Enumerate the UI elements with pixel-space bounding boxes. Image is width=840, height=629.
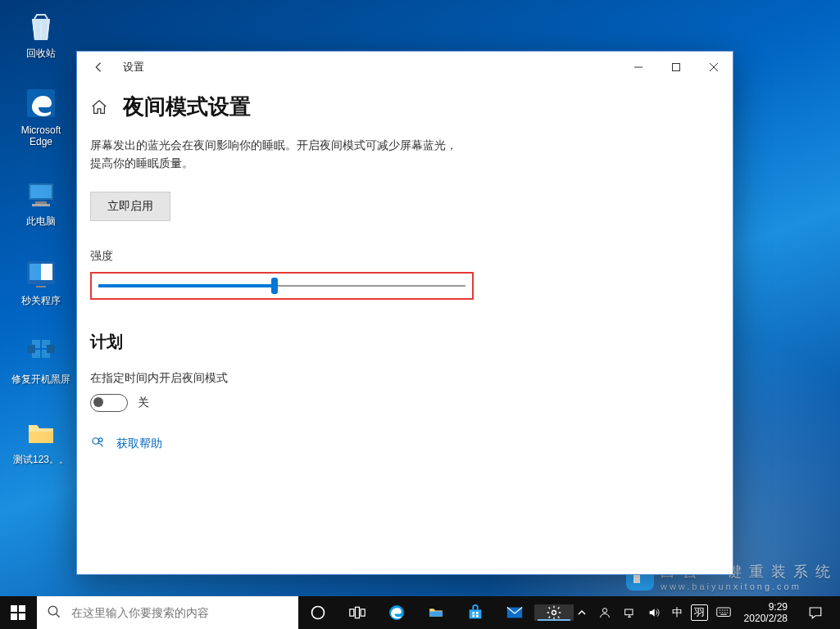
search-icon [47,604,61,622]
tray-time: 9:29 [744,601,788,613]
desktop-icon-label: 修复开机黑屏 [8,373,74,385]
tray-people-icon[interactable] [595,606,615,619]
home-icon[interactable] [90,98,108,116]
svg-rect-29 [472,612,474,614]
schedule-section-title: 计划 [90,331,726,353]
shutdown-tool-icon [23,256,59,292]
taskbar-pinned [298,596,574,629]
tray-volume-icon[interactable] [644,606,664,619]
start-button[interactable] [0,596,37,629]
svg-point-17 [99,438,103,442]
svg-rect-2 [30,185,52,198]
svg-rect-13 [27,345,35,353]
search-input[interactable] [70,605,286,620]
get-help-link[interactable]: 获取帮助 [116,437,162,451]
svg-rect-26 [361,609,365,616]
taskbar-settings[interactable] [534,604,574,621]
folder-icon [23,414,59,450]
slider-thumb[interactable] [271,278,278,294]
window-title: 设置 [118,61,144,75]
recycle-bin-icon [23,8,59,44]
this-pc-icon [23,176,59,212]
tray-clock[interactable]: 9:29 2020/2/28 [739,601,792,624]
repair-boot-icon [23,334,59,370]
svg-rect-19 [19,605,25,612]
back-button[interactable] [80,54,118,80]
taskbar: 中 羽 9:29 2020/2/28 [0,596,840,629]
svg-rect-28 [429,611,443,616]
svg-rect-14 [47,345,55,353]
svg-point-22 [48,606,57,615]
titlebar[interactable]: 设置 [77,52,733,83]
desktop-icon-label: 秒关程序 [8,295,74,306]
description-line: 屏幕发出的蓝光会在夜间影响你的睡眠。开启夜间模式可减少屏幕蓝光， [90,138,457,152]
svg-point-16 [93,438,99,445]
svg-rect-32 [476,615,479,618]
svg-rect-18 [11,605,17,612]
desktop-icon-this-pc[interactable]: 此电脑 [8,176,74,227]
tray-chevron-up-icon[interactable] [574,608,590,618]
svg-rect-21 [19,613,25,620]
tray-keyboard-icon[interactable] [713,607,734,618]
watermark-url: www.baiyunxitong.com [661,581,832,591]
desktop-icon-shutdown-tool[interactable]: 秒关程序 [8,256,74,306]
task-view-button[interactable] [338,606,377,619]
desktop-icon-recycle-bin[interactable]: 回收站 [8,8,74,59]
desktop-icon-repair-boot[interactable]: 修复开机黑屏 [8,334,74,385]
svg-rect-20 [11,613,17,620]
schedule-toggle[interactable] [90,394,128,412]
toggle-state-label: 关 [138,396,149,410]
svg-rect-37 [716,608,730,617]
svg-rect-31 [472,615,474,618]
desktop-icon-test-folder[interactable]: 测试123。。 [8,414,74,465]
svg-point-35 [602,609,606,613]
taskbar-search[interactable] [37,596,298,629]
toggle-knob [93,397,103,407]
action-center-button[interactable] [797,605,833,620]
desktop-icon-label: 此电脑 [8,215,74,227]
svg-point-34 [552,611,556,615]
desktop-icon-label: 测试123。。 [8,454,74,465]
cortana-button[interactable] [298,604,338,621]
svg-rect-7 [30,264,41,280]
svg-rect-8 [36,286,46,287]
page-title: 夜间模式设置 [123,93,251,121]
tray-ime[interactable]: 中 [669,605,686,620]
slider-track-fill [98,284,275,287]
strength-slider-highlight [90,272,474,300]
svg-rect-30 [476,612,479,614]
strength-label: 强度 [90,249,726,264]
taskbar-file-explorer[interactable] [416,604,456,622]
tray-date: 2020/2/28 [744,613,788,624]
svg-rect-3 [35,201,47,204]
description-line: 提高你的睡眠质量。 [90,156,193,170]
close-button[interactable] [695,54,733,80]
svg-rect-4 [32,204,50,206]
desktop-icon-edge[interactable]: Microsoft Edge [8,85,74,147]
svg-rect-24 [349,609,353,616]
taskbar-store[interactable] [456,604,495,622]
svg-rect-15 [673,64,680,71]
desktop-icon-label: Microsoft Edge [8,124,74,147]
enable-now-button[interactable]: 立即启用 [90,192,170,221]
maximize-button[interactable] [657,54,695,80]
help-icon [90,435,105,452]
taskbar-mail[interactable] [495,604,534,622]
desktop-icon-label: 回收站 [8,48,74,59]
taskbar-edge[interactable] [377,604,416,622]
edge-icon [23,85,59,121]
strength-slider[interactable] [98,282,465,290]
system-tray: 中 羽 9:29 2020/2/28 [574,596,840,629]
tray-network-icon[interactable] [620,606,639,619]
settings-window: 设置 夜间模式设置 屏幕发出的蓝光会在夜间影响你的睡眠。开启夜间模式可减少屏幕蓝… [76,51,733,575]
schedule-description: 在指定时间内开启夜间模式 [90,371,726,386]
svg-point-23 [311,607,324,619]
tray-ime2[interactable]: 羽 [691,604,708,621]
description: 屏幕发出的蓝光会在夜间影响你的睡眠。开启夜间模式可减少屏幕蓝光， 提高你的睡眠质… [90,136,598,172]
svg-rect-36 [624,609,632,615]
svg-rect-25 [355,607,359,618]
minimize-button[interactable] [620,54,657,80]
